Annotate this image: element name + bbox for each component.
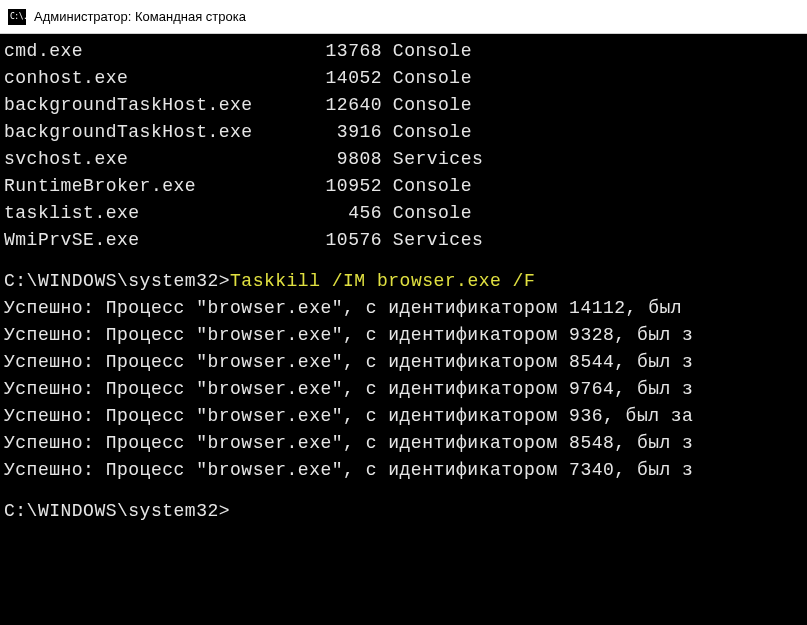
prompt-line: C:\WINDOWS\system32>Taskkill /IM browser… bbox=[4, 268, 803, 295]
process-pid: 10576 bbox=[296, 227, 382, 254]
process-pid: 13768 bbox=[296, 38, 382, 65]
prompt-path: C:\WINDOWS\system32 bbox=[4, 271, 219, 291]
prompt-separator: > bbox=[219, 501, 230, 521]
process-session: Console bbox=[382, 119, 472, 146]
process-row: WmiPrvSE.exe10576Services bbox=[4, 227, 803, 254]
process-pid: 3916 bbox=[296, 119, 382, 146]
process-session: Console bbox=[382, 65, 472, 92]
kill-result-line: Успешно: Процесс "browser.exe", с иденти… bbox=[4, 376, 803, 403]
process-pid: 10952 bbox=[296, 173, 382, 200]
process-row: backgroundTaskHost.exe12640Console bbox=[4, 92, 803, 119]
prompt-line-empty[interactable]: C:\WINDOWS\system32> bbox=[4, 498, 803, 525]
process-row: tasklist.exe456Console bbox=[4, 200, 803, 227]
process-session: Services bbox=[382, 227, 483, 254]
title-bar[interactable]: C:\. Администратор: Командная строка bbox=[0, 0, 807, 34]
process-session: Console bbox=[382, 173, 472, 200]
process-pid: 14052 bbox=[296, 65, 382, 92]
process-session: Services bbox=[382, 146, 483, 173]
process-row: svchost.exe9808Services bbox=[4, 146, 803, 173]
process-session: Console bbox=[382, 200, 472, 227]
cmd-icon: C:\. bbox=[8, 9, 26, 25]
process-pid: 9808 bbox=[296, 146, 382, 173]
process-row: backgroundTaskHost.exe3916Console bbox=[4, 119, 803, 146]
kill-result-line: Успешно: Процесс "browser.exe", с иденти… bbox=[4, 295, 803, 322]
process-pid: 456 bbox=[296, 200, 382, 227]
process-name: svchost.exe bbox=[4, 146, 296, 173]
process-name: WmiPrvSE.exe bbox=[4, 227, 296, 254]
kill-result-line: Успешно: Процесс "browser.exe", с иденти… bbox=[4, 430, 803, 457]
process-name: tasklist.exe bbox=[4, 200, 296, 227]
kill-result-line: Успешно: Процесс "browser.exe", с иденти… bbox=[4, 457, 803, 484]
kill-result-line: Успешно: Процесс "browser.exe", с иденти… bbox=[4, 322, 803, 349]
kill-result-line: Успешно: Процесс "browser.exe", с иденти… bbox=[4, 349, 803, 376]
process-session: Console bbox=[382, 38, 472, 65]
cmd-window: C:\. Администратор: Командная строка cmd… bbox=[0, 0, 807, 625]
process-name: cmd.exe bbox=[4, 38, 296, 65]
process-name: backgroundTaskHost.exe bbox=[4, 92, 296, 119]
process-pid: 12640 bbox=[296, 92, 382, 119]
kill-result-line: Успешно: Процесс "browser.exe", с иденти… bbox=[4, 403, 803, 430]
process-name: backgroundTaskHost.exe bbox=[4, 119, 296, 146]
cmd-icon-text: C:\. bbox=[10, 12, 27, 21]
process-row: RuntimeBroker.exe10952Console bbox=[4, 173, 803, 200]
process-name: conhost.exe bbox=[4, 65, 296, 92]
command-text: Taskkill /IM browser.exe /F bbox=[230, 271, 535, 291]
terminal-output[interactable]: cmd.exe13768Consoleconhost.exe14052Conso… bbox=[0, 34, 807, 625]
prompt-separator: > bbox=[219, 271, 230, 291]
process-row: cmd.exe13768Console bbox=[4, 38, 803, 65]
process-row: conhost.exe14052Console bbox=[4, 65, 803, 92]
process-session: Console bbox=[382, 92, 472, 119]
window-title: Администратор: Командная строка bbox=[34, 9, 246, 24]
process-name: RuntimeBroker.exe bbox=[4, 173, 296, 200]
prompt-path: C:\WINDOWS\system32 bbox=[4, 501, 219, 521]
